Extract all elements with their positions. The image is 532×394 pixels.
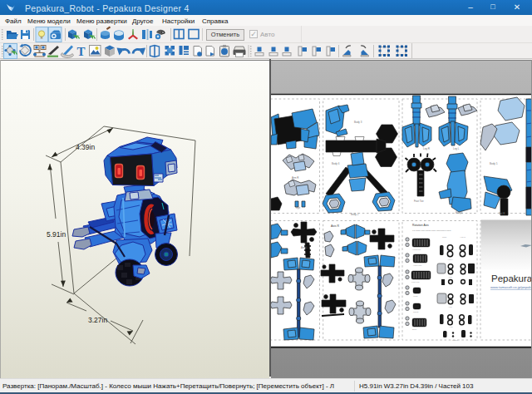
svg-text:T: T xyxy=(76,45,85,58)
svg-text:Arm L: Arm L xyxy=(301,246,308,249)
svg-text:Leg R: Leg R xyxy=(423,147,431,150)
svg-text:Chest: Chest xyxy=(413,311,419,313)
svg-text:www.tamasoft.co.jp/pepakura-en: www.tamasoft.co.jp/pepakura-en/ xyxy=(490,285,532,289)
svg-text:Body 5: Body 5 xyxy=(490,162,498,165)
svg-text:Finger: Finger xyxy=(452,339,458,342)
svg-text:Foot Toe: Foot Toe xyxy=(414,199,424,203)
svg-text:Leg L: Leg L xyxy=(453,147,460,150)
svg-text:Body4: Body4 xyxy=(456,211,463,214)
svg-text:Hope Tire: Hope Tire xyxy=(413,264,422,267)
svg-text:Arm R: Arm R xyxy=(292,176,299,180)
svg-text:5.91in: 5.91in xyxy=(47,230,66,239)
svg-text:3.27in: 3.27in xyxy=(88,316,107,324)
svg-text:Rotation Axis: Rotation Axis xyxy=(412,224,429,227)
svg-text:Axis R: Axis R xyxy=(460,236,466,239)
svg-text:4.39in: 4.39in xyxy=(76,143,95,151)
svg-text:Body 2: Body 2 xyxy=(351,213,359,216)
svg-text:Axis L: Axis L xyxy=(447,259,453,261)
svg-text:Foot Leg: Foot Leg xyxy=(411,281,420,283)
svg-text:Axis: Axis xyxy=(448,276,452,278)
svg-text:Body 6: Body 6 xyxy=(332,162,340,165)
svg-text:Body 3: Body 3 xyxy=(354,121,362,124)
svg-text:Head Tire: Head Tire xyxy=(412,249,421,251)
svg-text:Axis: Axis xyxy=(448,306,452,308)
svg-text:Click: Click xyxy=(442,236,447,239)
svg-text:Body: Body xyxy=(412,328,417,331)
svg-text:Axis: Axis xyxy=(449,326,453,328)
svg-text:For those who wants make artic: For those who wants make articulated rob… xyxy=(412,229,451,232)
svg-text:Tail R: Tail R xyxy=(499,212,505,215)
svg-text:Axis R: Axis R xyxy=(331,224,340,228)
svg-text:Eye: Eye xyxy=(296,206,301,209)
svg-text:Wrist: Wrist xyxy=(413,295,418,298)
svg-text:Pepakura D: Pepakura D xyxy=(491,273,532,283)
